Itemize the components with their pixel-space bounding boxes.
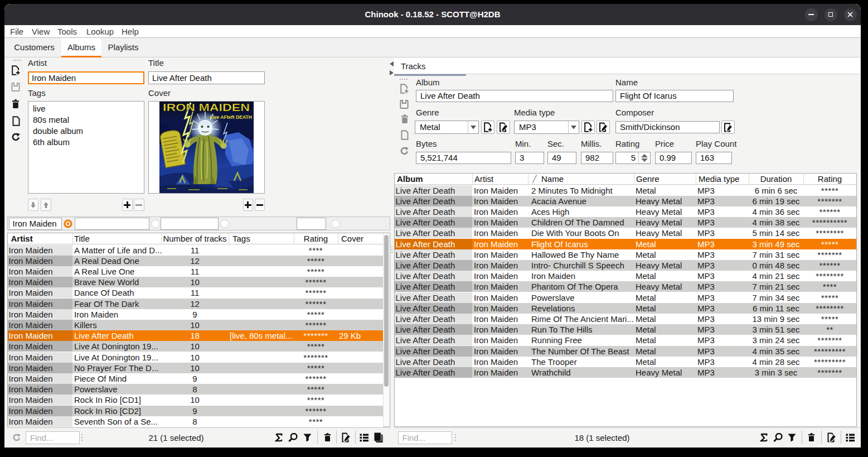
svg-text:IRON MAIDEN: IRON MAIDEN (163, 102, 250, 113)
svg-text:Live AFteR DEATH: Live AFteR DEATH (210, 114, 252, 120)
